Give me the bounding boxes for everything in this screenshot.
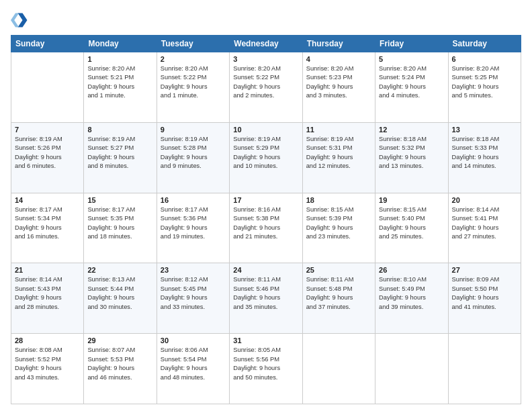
calendar-week-row: 7Sunrise: 8:19 AMSunset: 5:26 PMDaylight… xyxy=(11,122,521,193)
calendar-week-row: 21Sunrise: 8:14 AMSunset: 5:43 PMDayligh… xyxy=(11,263,521,334)
calendar-cell: 6Sunrise: 8:20 AMSunset: 5:25 PMDaylight… xyxy=(448,52,521,123)
day-number: 18 xyxy=(306,196,371,204)
day-number: 14 xyxy=(15,196,80,204)
day-number: 4 xyxy=(306,55,371,63)
calendar-cell: 16Sunrise: 8:17 AMSunset: 5:36 PMDayligh… xyxy=(157,193,229,263)
calendar-cell: 20Sunrise: 8:14 AMSunset: 5:41 PMDayligh… xyxy=(448,193,521,263)
day-info: Sunrise: 8:20 AMSunset: 5:22 PMDaylight:… xyxy=(233,64,298,101)
day-number: 20 xyxy=(452,196,517,204)
day-info: Sunrise: 8:20 AMSunset: 5:23 PMDaylight:… xyxy=(306,64,371,101)
calendar-cell: 17Sunrise: 8:16 AMSunset: 5:38 PMDayligh… xyxy=(230,193,302,263)
day-number: 28 xyxy=(15,336,80,345)
day-number: 8 xyxy=(87,126,152,134)
calendar-cell: 25Sunrise: 8:11 AMSunset: 5:48 PMDayligh… xyxy=(302,263,375,334)
page: SundayMondayTuesdayWednesdayThursdayFrid… xyxy=(0,0,532,411)
day-info: Sunrise: 8:13 AMSunset: 5:44 PMDaylight:… xyxy=(87,275,152,312)
day-number: 26 xyxy=(379,266,444,274)
calendar-cell xyxy=(11,52,84,123)
day-number: 27 xyxy=(452,266,517,274)
day-number: 29 xyxy=(87,336,152,345)
day-info: Sunrise: 8:19 AMSunset: 5:31 PMDaylight:… xyxy=(306,135,371,171)
day-number: 12 xyxy=(379,126,444,134)
calendar-cell: 31Sunrise: 8:05 AMSunset: 5:56 PMDayligh… xyxy=(230,334,302,404)
calendar-cell: 1Sunrise: 8:20 AMSunset: 5:21 PMDaylight… xyxy=(84,52,157,123)
day-info: Sunrise: 8:15 AMSunset: 5:39 PMDaylight:… xyxy=(306,205,371,242)
day-info: Sunrise: 8:20 AMSunset: 5:22 PMDaylight:… xyxy=(161,64,226,101)
day-number: 31 xyxy=(233,336,298,345)
calendar-cell: 26Sunrise: 8:10 AMSunset: 5:49 PMDayligh… xyxy=(375,263,448,334)
day-info: Sunrise: 8:12 AMSunset: 5:45 PMDaylight:… xyxy=(161,275,226,312)
day-info: Sunrise: 8:19 AMSunset: 5:29 PMDaylight:… xyxy=(233,135,298,171)
day-info: Sunrise: 8:18 AMSunset: 5:32 PMDaylight:… xyxy=(379,135,444,171)
calendar-cell: 27Sunrise: 8:09 AMSunset: 5:50 PMDayligh… xyxy=(448,263,521,334)
calendar-week-row: 1Sunrise: 8:20 AMSunset: 5:21 PMDaylight… xyxy=(11,52,521,123)
day-info: Sunrise: 8:11 AMSunset: 5:46 PMDaylight:… xyxy=(233,275,298,312)
day-info: Sunrise: 8:18 AMSunset: 5:33 PMDaylight:… xyxy=(452,135,517,171)
day-info: Sunrise: 8:20 AMSunset: 5:24 PMDaylight:… xyxy=(379,64,444,101)
day-number: 9 xyxy=(161,126,226,134)
calendar-cell: 23Sunrise: 8:12 AMSunset: 5:45 PMDayligh… xyxy=(157,263,229,334)
day-info: Sunrise: 8:19 AMSunset: 5:26 PMDaylight:… xyxy=(15,135,80,171)
calendar-cell: 18Sunrise: 8:15 AMSunset: 5:39 PMDayligh… xyxy=(302,193,375,263)
header xyxy=(11,11,521,30)
day-info: Sunrise: 8:17 AMSunset: 5:34 PMDaylight:… xyxy=(15,205,80,242)
day-info: Sunrise: 8:09 AMSunset: 5:50 PMDaylight:… xyxy=(452,275,517,312)
calendar-week-row: 14Sunrise: 8:17 AMSunset: 5:34 PMDayligh… xyxy=(11,193,521,263)
weekday-header: Friday xyxy=(375,36,448,52)
day-info: Sunrise: 8:19 AMSunset: 5:27 PMDaylight:… xyxy=(87,135,152,171)
calendar-cell: 9Sunrise: 8:19 AMSunset: 5:28 PMDaylight… xyxy=(157,122,229,193)
day-number: 1 xyxy=(87,55,152,63)
day-info: Sunrise: 8:14 AMSunset: 5:43 PMDaylight:… xyxy=(15,275,80,312)
day-number: 17 xyxy=(233,196,298,204)
svg-marker-1 xyxy=(11,13,19,28)
day-number: 22 xyxy=(87,266,152,274)
day-number: 5 xyxy=(379,55,444,63)
calendar-cell: 11Sunrise: 8:19 AMSunset: 5:31 PMDayligh… xyxy=(302,122,375,193)
day-number: 3 xyxy=(233,55,298,63)
day-info: Sunrise: 8:07 AMSunset: 5:53 PMDaylight:… xyxy=(87,346,152,382)
weekday-header: Saturday xyxy=(448,36,521,52)
day-number: 30 xyxy=(161,336,226,345)
day-info: Sunrise: 8:19 AMSunset: 5:28 PMDaylight:… xyxy=(161,135,226,171)
day-info: Sunrise: 8:11 AMSunset: 5:48 PMDaylight:… xyxy=(306,275,371,312)
day-info: Sunrise: 8:08 AMSunset: 5:52 PMDaylight:… xyxy=(15,346,80,382)
calendar-cell: 12Sunrise: 8:18 AMSunset: 5:32 PMDayligh… xyxy=(375,122,448,193)
weekday-header: Thursday xyxy=(302,36,375,52)
day-number: 6 xyxy=(452,55,517,63)
calendar-cell: 5Sunrise: 8:20 AMSunset: 5:24 PMDaylight… xyxy=(375,52,448,123)
weekday-header: Sunday xyxy=(11,36,84,52)
weekday-header: Wednesday xyxy=(230,36,302,52)
day-number: 21 xyxy=(15,266,80,274)
calendar-cell: 21Sunrise: 8:14 AMSunset: 5:43 PMDayligh… xyxy=(11,263,84,334)
logo-icon xyxy=(11,11,30,30)
calendar-cell: 4Sunrise: 8:20 AMSunset: 5:23 PMDaylight… xyxy=(302,52,375,123)
calendar-cell xyxy=(448,334,521,404)
day-number: 15 xyxy=(87,196,152,204)
calendar-cell: 15Sunrise: 8:17 AMSunset: 5:35 PMDayligh… xyxy=(84,193,157,263)
day-number: 13 xyxy=(452,126,517,134)
calendar-cell: 29Sunrise: 8:07 AMSunset: 5:53 PMDayligh… xyxy=(84,334,157,404)
day-info: Sunrise: 8:17 AMSunset: 5:36 PMDaylight:… xyxy=(161,205,226,242)
day-info: Sunrise: 8:15 AMSunset: 5:40 PMDaylight:… xyxy=(379,205,444,242)
day-number: 11 xyxy=(306,126,371,134)
day-number: 2 xyxy=(161,55,226,63)
calendar-cell: 30Sunrise: 8:06 AMSunset: 5:54 PMDayligh… xyxy=(157,334,229,404)
calendar-cell: 10Sunrise: 8:19 AMSunset: 5:29 PMDayligh… xyxy=(230,122,302,193)
weekday-header: Tuesday xyxy=(157,36,229,52)
svg-marker-0 xyxy=(18,13,28,28)
calendar-week-row: 28Sunrise: 8:08 AMSunset: 5:52 PMDayligh… xyxy=(11,334,521,404)
day-info: Sunrise: 8:20 AMSunset: 5:25 PMDaylight:… xyxy=(452,64,517,101)
logo xyxy=(11,11,31,30)
calendar-cell: 7Sunrise: 8:19 AMSunset: 5:26 PMDaylight… xyxy=(11,122,84,193)
calendar-cell: 13Sunrise: 8:18 AMSunset: 5:33 PMDayligh… xyxy=(448,122,521,193)
weekday-header: Monday xyxy=(84,36,157,52)
calendar-cell: 28Sunrise: 8:08 AMSunset: 5:52 PMDayligh… xyxy=(11,334,84,404)
day-number: 19 xyxy=(379,196,444,204)
day-info: Sunrise: 8:16 AMSunset: 5:38 PMDaylight:… xyxy=(233,205,298,242)
day-number: 16 xyxy=(161,196,226,204)
weekday-header-row: SundayMondayTuesdayWednesdayThursdayFrid… xyxy=(11,36,521,52)
day-info: Sunrise: 8:06 AMSunset: 5:54 PMDaylight:… xyxy=(161,346,226,382)
calendar-cell xyxy=(375,334,448,404)
calendar-cell: 22Sunrise: 8:13 AMSunset: 5:44 PMDayligh… xyxy=(84,263,157,334)
calendar-cell: 8Sunrise: 8:19 AMSunset: 5:27 PMDaylight… xyxy=(84,122,157,193)
